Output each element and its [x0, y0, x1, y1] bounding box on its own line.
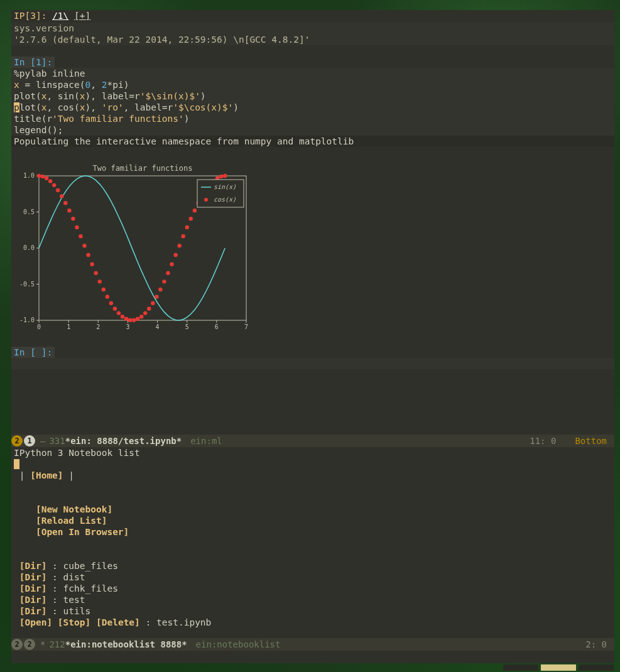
svg-point-40	[82, 244, 86, 247]
list-item: [Open] [Stop] [Delete] : test.ipynb	[14, 617, 612, 628]
entry-name: test.ipynb	[156, 617, 211, 627]
major-mode: ein:ml	[190, 436, 222, 446]
entry-name: dist	[63, 572, 85, 582]
chart-output: Two familiar functions01234567-1.0-0.50.…	[11, 158, 614, 335]
svg-point-39	[79, 234, 82, 238]
svg-point-28	[37, 174, 41, 178]
line-number: 331	[49, 436, 65, 446]
major-mode: ein:notebooklist	[196, 639, 281, 649]
svg-point-81	[204, 198, 208, 202]
svg-point-65	[177, 244, 181, 247]
output-line: '2.7.6 (default, Mar 22 2014, 22:59:56) …	[14, 34, 612, 45]
svg-text:-0.5: -0.5	[19, 281, 35, 288]
code-cell-1[interactable]: %pylab inline x = linspace(0, 2*pi) plot…	[11, 68, 614, 136]
chart-svg: Two familiar functions01234567-1.0-0.50.…	[14, 163, 253, 333]
svg-point-64	[173, 253, 177, 257]
svg-text:0: 0	[37, 323, 41, 330]
svg-text:2: 2	[96, 323, 100, 330]
tab-active[interactable]: /1\	[52, 11, 68, 21]
svg-point-55	[139, 315, 143, 318]
svg-point-48	[113, 306, 117, 310]
entry-name: utils	[63, 606, 91, 616]
svg-point-45	[102, 288, 106, 291]
svg-point-69	[193, 209, 197, 212]
kernel-indicator: IP[3]:	[14, 11, 46, 21]
svg-point-50	[121, 315, 124, 318]
svg-point-43	[94, 271, 97, 275]
svg-point-33	[56, 188, 60, 192]
list-item: [Dir] : test	[14, 594, 612, 605]
notebook-buffer[interactable]: IP[3]: /1\ [+] sys.version '2.7.6 (defau…	[11, 10, 614, 438]
svg-text:1: 1	[67, 323, 70, 330]
modeline-top: 2 1 — 331 *ein: 8888/test.ipynb* ein:ml …	[11, 435, 614, 447]
notebooklist-buffer[interactable]: IPython 3 Notebook list | [Home] | [New …	[11, 447, 614, 638]
home-link[interactable]: [Home]	[30, 470, 63, 480]
scroll-pos: Bottom	[575, 436, 607, 446]
svg-text:6: 6	[215, 323, 219, 330]
entry-name: cube_files	[63, 561, 118, 571]
entry-action[interactable]: [Dir]	[19, 595, 47, 605]
svg-text:5: 5	[185, 323, 189, 330]
entry-action[interactable]: [Dir]	[19, 583, 47, 593]
taskbar-fragment	[503, 664, 614, 671]
svg-text:3: 3	[126, 323, 129, 330]
list-item: [Dir] : fchk_files	[14, 583, 612, 594]
window-badge: 1	[24, 435, 35, 447]
svg-text:cos(x): cos(x)	[214, 196, 236, 203]
minibuffer[interactable]	[11, 651, 614, 663]
entry-action[interactable]: [Dir]	[19, 572, 47, 582]
in-prompt-empty: In [ ]:	[11, 347, 55, 358]
code-line: %pylab inline	[14, 68, 85, 79]
svg-point-51	[124, 317, 128, 321]
svg-text:Two familiar functions: Two familiar functions	[93, 164, 193, 173]
entry-action[interactable]: [Dir]	[19, 561, 47, 571]
entry-action[interactable]: [Open]	[19, 617, 52, 627]
empty-code-cell[interactable]	[11, 358, 614, 369]
svg-point-53	[132, 318, 136, 322]
entry-name: fchk_files	[63, 583, 118, 593]
svg-point-66	[181, 234, 185, 238]
svg-point-68	[189, 217, 193, 220]
svg-point-76	[219, 175, 223, 178]
output-line: sys.version	[14, 23, 612, 34]
svg-point-59	[155, 295, 158, 298]
svg-point-41	[86, 253, 90, 257]
modeline-bottom: 2 2 * 212 *ein:notebooklist 8888* ein:no…	[11, 638, 614, 651]
list-item: [Dir] : utils	[14, 605, 612, 617]
open-in-browser-button[interactable]: [Open In Browser]	[36, 527, 129, 537]
entry-action[interactable]: [Stop]	[58, 617, 90, 627]
window-badge: 2	[11, 435, 23, 447]
tab-add[interactable]: [+]	[74, 11, 90, 21]
list-item: [Dir] : cube_files	[14, 560, 612, 572]
svg-point-46	[106, 295, 109, 298]
nblist-title: IPython 3 Notebook list	[14, 447, 612, 458]
svg-point-67	[185, 225, 189, 229]
window-badge: 2	[11, 639, 23, 650]
buffer-name: *ein: 8888/test.ipynb*	[65, 436, 182, 446]
svg-text:-1.0: -1.0	[19, 317, 35, 323]
svg-point-62	[166, 271, 170, 275]
svg-point-36	[67, 209, 71, 212]
svg-point-49	[117, 311, 121, 315]
svg-point-34	[60, 194, 63, 198]
svg-text:7: 7	[244, 323, 248, 330]
entry-name: test	[63, 595, 85, 605]
reload-list-button[interactable]: [Reload List]	[36, 516, 107, 526]
svg-text:sin(x): sin(x)	[214, 183, 236, 190]
svg-point-57	[147, 306, 151, 310]
cursor-pos: 11: 0	[530, 436, 556, 446]
stdout-line: Populating the interactive namespace fro…	[14, 136, 612, 147]
svg-point-35	[63, 201, 67, 205]
svg-point-30	[45, 176, 48, 180]
svg-point-38	[75, 225, 79, 229]
svg-point-56	[143, 311, 147, 315]
entry-action[interactable]: [Delete]	[96, 617, 140, 627]
svg-point-44	[97, 279, 101, 283]
svg-point-47	[109, 301, 113, 305]
svg-text:1.0: 1.0	[23, 172, 35, 179]
new-notebook-button[interactable]: [New Notebook]	[36, 504, 112, 514]
entry-action[interactable]: [Dir]	[19, 606, 47, 616]
svg-point-37	[71, 217, 75, 220]
svg-point-42	[90, 263, 94, 266]
cursor-pos: 2: 0	[585, 639, 607, 649]
